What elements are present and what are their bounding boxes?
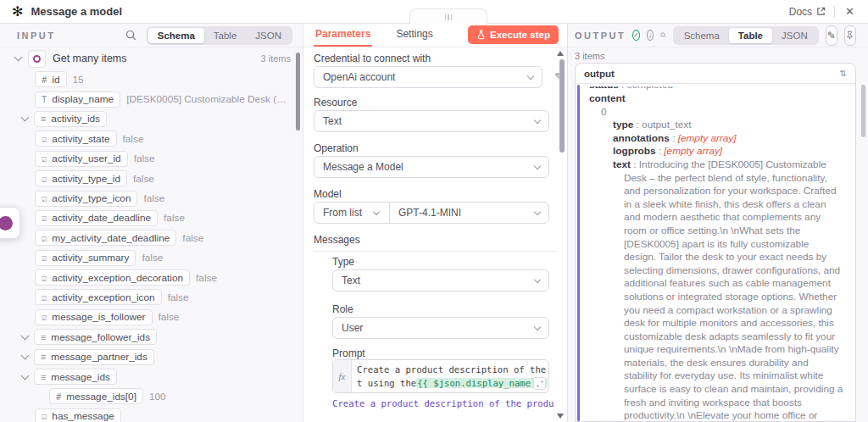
tab-table[interactable]: Table (729, 28, 772, 43)
field-pill[interactable]: ≡message_ids (34, 369, 117, 385)
field-value: false (133, 173, 303, 185)
output-kv-row: logprobs : [empty array] (576, 145, 843, 158)
tab-table[interactable]: Table (204, 28, 247, 43)
output-scrollbar[interactable] (861, 85, 865, 137)
expression-expand-icon[interactable] (533, 377, 546, 390)
model-select[interactable]: From list GPT-4.1-MINI (314, 202, 549, 224)
prompt-expression-editor[interactable]: fx Create a product description of the p… (332, 359, 549, 393)
tab-parameters[interactable]: Parameters (314, 28, 372, 47)
schema-field-row[interactable]: ≡message_ids (0, 367, 303, 386)
input-panel-title: INPUT (17, 31, 56, 41)
chevron-down-icon[interactable] (21, 371, 30, 380)
schema-field-row[interactable]: ≡message_follower_ids (0, 327, 303, 347)
field-pill[interactable]: #message_ids[0] (49, 388, 143, 404)
odoo-node-icon (28, 50, 46, 68)
field-pill[interactable]: Tdisplay_name (35, 92, 120, 108)
field-pill[interactable]: ☑activity_exception_decoration (35, 269, 190, 286)
field-pill[interactable]: ☑has_message (35, 408, 121, 422)
bool-type-icon: ☑ (42, 153, 47, 164)
output-table-header: output ⇅ (576, 64, 855, 84)
input-scrollbar[interactable] (296, 53, 300, 130)
field-pill[interactable]: ☑activity_user_id (35, 151, 128, 167)
close-icon[interactable]: ✕ (843, 5, 856, 18)
parameters-panel-header: Parameters Settings Execute step (303, 24, 567, 47)
resource-select[interactable]: Text (314, 110, 549, 132)
field-pill[interactable]: #id (35, 71, 67, 87)
schema-field-row[interactable]: ☑activity_date_deadlinefalse (0, 208, 303, 228)
field-pill[interactable]: ≡activity_ids (34, 111, 107, 127)
output-items-count: 3 items (575, 51, 604, 61)
collapse-column-icon[interactable]: ⇅ (840, 69, 847, 78)
scroll-down-arrow[interactable] (557, 414, 564, 419)
field-pill[interactable]: ☑activity_date_deadline (35, 210, 158, 226)
schema-field-row[interactable]: #id15 (0, 69, 303, 89)
output-json-view[interactable]: status : completed content 0 type : outp… (576, 85, 855, 421)
pin-data-icon[interactable] (844, 25, 856, 46)
schema-field-row[interactable]: #message_ids[0]100 (0, 386, 303, 406)
fx-icon: fx (333, 360, 352, 392)
field-name: message_ids[0] (66, 391, 136, 403)
credential-select[interactable]: OpenAi account (314, 66, 542, 88)
field-name: message_follower_ids (51, 331, 150, 343)
bool-type-icon: ☑ (42, 253, 47, 263)
parameters-scrollbar[interactable] (559, 59, 565, 153)
field-pill[interactable]: ☑activity_exception_icon (35, 289, 162, 305)
field-name: activity_summary (52, 252, 129, 264)
bool-type-icon: ☑ (42, 213, 47, 223)
field-pill[interactable]: ☑activity_summary (35, 250, 136, 266)
chevron-down-icon[interactable] (21, 352, 30, 360)
tab-schema[interactable]: Schema (148, 28, 204, 43)
tab-schema[interactable]: Schema (675, 28, 729, 43)
field-name: my_activity_date_deadline (52, 232, 170, 244)
type-select[interactable]: Text (332, 269, 549, 292)
previous-node-button[interactable] (0, 207, 20, 239)
tab-json[interactable]: JSON (772, 28, 817, 43)
text-type-icon: T (42, 94, 47, 104)
scroll-up-arrow[interactable] (557, 51, 564, 56)
info-icon[interactable]: i (647, 30, 654, 41)
edit-output-icon[interactable]: ✎ (826, 25, 837, 46)
chevron-down-icon[interactable] (14, 53, 23, 62)
chevron-down-icon[interactable] (21, 114, 30, 122)
prompt-label: Prompt (332, 347, 365, 359)
schema-field-row[interactable]: ☑activity_summaryfalse (0, 248, 303, 268)
schema-field-row[interactable]: ☑activity_statefalse (0, 129, 303, 148)
schema-field-row[interactable]: ☑has_message (0, 407, 303, 422)
list-type-icon: ≡ (41, 114, 46, 124)
field-pill[interactable]: ≡message_partner_ids (34, 349, 154, 365)
schema-field-row[interactable]: ☑activity_exception_iconfalse (0, 287, 303, 307)
role-select[interactable]: User (332, 317, 549, 339)
field-pill[interactable]: ☑my_activity_date_deadline (35, 230, 176, 246)
field-pill[interactable]: ☑message_is_follower (35, 309, 153, 325)
chevron-down-icon (534, 324, 541, 330)
field-pill[interactable]: ≡message_follower_ids (34, 329, 157, 345)
schema-field-row[interactable]: Tdisplay_name[DESK0005] Customizable Des… (0, 89, 303, 108)
docs-link[interactable]: Docs (789, 6, 826, 18)
search-icon[interactable] (125, 30, 136, 41)
field-pill[interactable]: ☑activity_state (35, 130, 117, 147)
schema-field-row[interactable]: ☑my_activity_date_deadlinefalse (0, 228, 303, 247)
schema-field-row[interactable]: ≡activity_ids (0, 109, 303, 129)
model-mode-select[interactable]: From list (323, 203, 390, 223)
prompt-text-line2: t using the (357, 378, 416, 388)
operation-select[interactable]: Message a Model (314, 156, 549, 178)
schema-field-row[interactable]: ≡message_partner_ids (0, 347, 303, 366)
tab-json[interactable]: JSON (246, 28, 291, 43)
schema-field-row[interactable]: ☑message_is_followerfalse (0, 308, 303, 327)
search-icon[interactable] (660, 30, 666, 41)
execute-step-button[interactable]: Execute step (468, 25, 559, 44)
chevron-down-icon[interactable] (21, 331, 30, 340)
schema-field-row[interactable]: ☑activity_type_idfalse (0, 169, 303, 188)
field-pill[interactable]: ☑activity_type_icon (35, 191, 137, 207)
schema-field-row[interactable]: ☑activity_type_iconfalse (0, 188, 303, 208)
source-node-row[interactable]: Get many items 3 items (0, 47, 303, 69)
schema-field-row[interactable]: ☑activity_exception_decorationfalse (0, 268, 303, 287)
field-pill[interactable]: ☑activity_type_id (35, 170, 127, 186)
role-label: Role (332, 303, 353, 315)
panel-drag-handle[interactable] (409, 8, 487, 25)
schema-field-row[interactable]: ☑activity_user_idfalse (0, 149, 303, 169)
output-kv-rows: type : output_textannotations : [empty a… (576, 119, 843, 158)
tab-settings[interactable]: Settings (394, 28, 434, 47)
clipped-status-row: status : completed (576, 86, 843, 92)
content-key: content (576, 92, 843, 106)
